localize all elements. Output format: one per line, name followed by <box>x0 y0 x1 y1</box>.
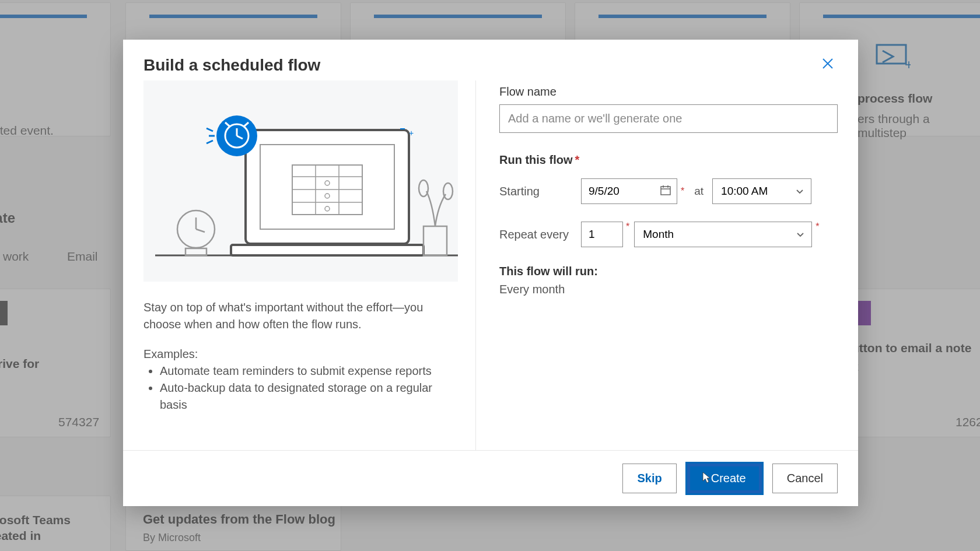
modal-footer: Skip Create Cancel <box>123 450 858 506</box>
svg-point-29 <box>419 180 428 196</box>
starting-row: Starting * at 10:00 AM <box>499 178 838 204</box>
repeat-value-input[interactable] <box>581 222 623 247</box>
schedule-illustration: + <box>144 80 458 282</box>
left-pane: + Stay on top of what's important withou… <box>144 80 476 450</box>
repeat-unit-select[interactable]: Month <box>634 222 812 247</box>
svg-rect-7 <box>246 130 409 244</box>
svg-rect-9 <box>231 245 424 255</box>
svg-point-30 <box>443 183 453 199</box>
chevron-down-icon <box>796 185 804 198</box>
repeat-row: Repeat every * Month * <box>499 222 838 247</box>
starting-label: Starting <box>499 185 581 198</box>
chevron-down-icon <box>796 228 804 241</box>
cancel-button[interactable]: Cancel <box>772 464 838 493</box>
svg-line-26 <box>206 141 213 143</box>
examples-label: Examples: <box>144 348 458 361</box>
modal-title: Build a scheduled flow <box>144 56 320 75</box>
svg-rect-28 <box>424 226 447 255</box>
repeat-label: Repeat every <box>499 228 581 241</box>
example-item: Automate team reminders to submit expens… <box>160 363 458 380</box>
description-text: Stay on top of what's important without … <box>144 299 458 333</box>
svg-rect-6 <box>186 248 206 255</box>
skip-button[interactable]: Skip <box>622 464 676 493</box>
start-time-select[interactable]: 10:00 AM <box>712 178 811 204</box>
cursor-icon <box>701 471 711 487</box>
svg-line-27 <box>206 128 213 131</box>
flow-runs-label: This flow will run: <box>499 265 838 278</box>
calendar-icon[interactable] <box>660 184 671 198</box>
close-icon[interactable] <box>818 56 838 73</box>
scheduled-flow-modal: Build a scheduled flow <box>123 40 858 506</box>
svg-rect-33 <box>661 187 670 195</box>
at-label: at <box>694 185 704 198</box>
examples-list: Automate team reminders to submit expens… <box>144 363 458 413</box>
right-pane: Flow name Run this flow* Starting * at 1… <box>476 80 838 450</box>
flow-name-label: Flow name <box>499 85 838 99</box>
svg-line-5 <box>196 229 205 232</box>
flow-name-input[interactable] <box>499 104 838 133</box>
svg-text:+: + <box>409 128 414 138</box>
flow-runs-value: Every month <box>499 283 838 296</box>
modal-header: Build a scheduled flow <box>123 40 858 80</box>
create-button[interactable]: Create <box>687 464 762 493</box>
run-this-flow-label: Run this flow* <box>499 153 838 167</box>
example-item: Auto-backup data to designated storage o… <box>160 380 458 413</box>
